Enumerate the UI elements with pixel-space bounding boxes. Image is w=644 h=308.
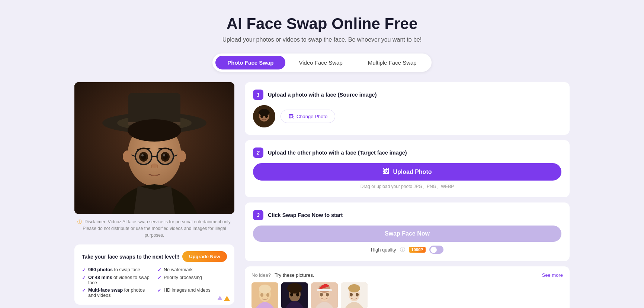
svg-point-34 xyxy=(260,293,263,297)
features-grid: ✓ 960 photos to swap face ✓ No watermark… xyxy=(82,267,227,298)
disclaimer: ⓘ Disclaimer: Vidnoz AI face swap servic… xyxy=(74,218,234,239)
svg-point-17 xyxy=(163,154,165,156)
tab-multiple-face-swap[interactable]: Multiple Face Swap xyxy=(356,56,429,69)
svg-point-21 xyxy=(151,163,157,168)
step3-badge: 3 xyxy=(253,210,263,220)
upload-photo-button[interactable]: 🖼 Upload Photo xyxy=(253,163,561,181)
upgrade-card-header: Take your face swaps to the next level!!… xyxy=(82,251,227,262)
step1-card: 1 Upload a photo with a face (Source ima… xyxy=(245,82,570,135)
upload-hint: Drag or upload your photo JPG、PNG、WEBP xyxy=(253,184,561,190)
step1-content: 🖼 Change Photo xyxy=(253,105,561,127)
page-subtitle: Upload your photos or videos to swap the… xyxy=(74,36,570,43)
suggestion-thumb-3[interactable] xyxy=(311,282,338,308)
tab-photo-face-swap[interactable]: Photo Face Swap xyxy=(215,56,285,69)
svg-point-38 xyxy=(287,283,302,294)
step3-card: 3 Click Swap Face Now to start Swap Face… xyxy=(245,202,570,261)
suggestions-header: No idea? Try these pictures. See more xyxy=(251,272,563,278)
upgrade-card: Take your face swaps to the next level!!… xyxy=(74,244,234,305)
source-avatar-image xyxy=(253,105,275,127)
main-content: ⓘ Disclaimer: Vidnoz AI face swap servic… xyxy=(74,82,570,308)
svg-point-45 xyxy=(326,293,329,296)
swap-face-label: Swap Face Now xyxy=(385,230,430,237)
quality-toggle[interactable] xyxy=(429,246,443,254)
tabs-bar: Photo Face Swap Video Face Swap Multiple… xyxy=(74,54,570,72)
svg-point-49 xyxy=(348,284,360,292)
quality-badge: 1080P xyxy=(409,247,426,253)
suggestion-thumb-2[interactable] xyxy=(281,282,308,308)
step2-card: 2 Upload the other photo with a face (Ta… xyxy=(245,140,570,197)
suggestion-thumb-1[interactable] xyxy=(251,282,278,308)
step3-title: Click Swap Face Now to start xyxy=(268,212,343,218)
feature-hd: ✓ HD images and videos xyxy=(157,288,227,298)
quality-info-icon: ⓘ xyxy=(400,246,405,253)
step2-header: 2 Upload the other photo with a face (Ta… xyxy=(253,147,561,158)
svg-point-29 xyxy=(260,115,263,118)
svg-rect-46 xyxy=(317,289,332,291)
step3-header: 3 Click Swap Face Now to start xyxy=(253,210,561,220)
suggestions-left: No idea? Try these pictures. xyxy=(251,272,314,278)
upload-photo-label: Upload Photo xyxy=(393,169,432,175)
upgrade-card-wrap: Take your face swaps to the next level!!… xyxy=(74,244,234,305)
svg-point-51 xyxy=(356,293,359,296)
preview-image xyxy=(74,82,234,214)
step2-badge: 2 xyxy=(253,147,263,158)
source-avatar xyxy=(253,105,275,127)
svg-point-24 xyxy=(123,150,132,162)
upgrade-card-title: Take your face swaps to the next level!! xyxy=(82,254,180,260)
step1-title: Upload a photo with a face (Source image… xyxy=(268,92,377,98)
right-panel: 1 Upload a photo with a face (Source ima… xyxy=(245,82,570,308)
svg-point-35 xyxy=(266,293,269,297)
no-idea-label: No idea? xyxy=(251,272,271,278)
step1-badge: 1 xyxy=(253,90,263,100)
suggestion-thumbnails xyxy=(251,282,563,308)
svg-point-30 xyxy=(265,115,268,118)
deco-triangle-orange xyxy=(224,296,230,301)
suggestion-thumb-4[interactable] xyxy=(341,282,368,308)
svg-point-44 xyxy=(320,293,323,296)
image-preview xyxy=(74,82,234,214)
feature-videos: ✓ Or 48 mins of videos to swap face xyxy=(82,275,151,285)
suggestions-card: No idea? Try these pictures. See more xyxy=(245,266,570,308)
step1-header: 1 Upload a photo with a face (Source ima… xyxy=(253,90,561,100)
svg-point-12 xyxy=(141,154,144,156)
change-photo-label: Change Photo xyxy=(297,114,327,119)
tabs-container: Photo Face Swap Video Face Swap Multiple… xyxy=(212,54,431,72)
deco-triangle-purple xyxy=(217,296,222,300)
svg-point-7 xyxy=(128,119,181,142)
tab-video-face-swap[interactable]: Video Face Swap xyxy=(287,56,354,69)
change-photo-button[interactable]: 🖼 Change Photo xyxy=(281,110,335,123)
change-photo-icon: 🖼 xyxy=(288,113,294,119)
svg-point-39 xyxy=(290,293,293,296)
feature-priority: ✓ Priority processing xyxy=(157,275,227,285)
see-more-link[interactable]: See more xyxy=(542,272,563,278)
quality-row: High quality ⓘ 1080P xyxy=(253,246,561,254)
svg-point-40 xyxy=(296,293,299,296)
left-panel: ⓘ Disclaimer: Vidnoz AI face swap servic… xyxy=(74,82,234,305)
page-title: AI Face Swap Online Free xyxy=(74,15,570,33)
svg-point-50 xyxy=(350,293,353,296)
step2-title: Upload the other photo with a face (Targ… xyxy=(268,150,407,156)
try-these-label: Try these pictures. xyxy=(275,272,314,278)
feature-no-watermark: ✓ No watermark xyxy=(157,267,227,273)
page-header: AI Face Swap Online Free Upload your pho… xyxy=(74,15,570,43)
swap-face-now-button[interactable]: Swap Face Now xyxy=(253,226,561,242)
deco-shapes xyxy=(217,296,230,301)
feature-multi-face: ✓ Multi-face swap for photos and videos xyxy=(82,288,151,298)
disclaimer-text: Disclaimer: Vidnoz AI face swap service … xyxy=(83,219,231,238)
upload-photo-icon: 🖼 xyxy=(383,168,390,176)
feature-photos: ✓ 960 photos to swap face xyxy=(82,267,151,273)
upgrade-now-button[interactable]: Upgrade Now xyxy=(182,251,227,262)
disclaimer-icon: ⓘ xyxy=(77,219,82,224)
svg-point-33 xyxy=(259,285,271,294)
svg-point-25 xyxy=(177,150,186,162)
quality-label: High quality xyxy=(371,247,396,253)
